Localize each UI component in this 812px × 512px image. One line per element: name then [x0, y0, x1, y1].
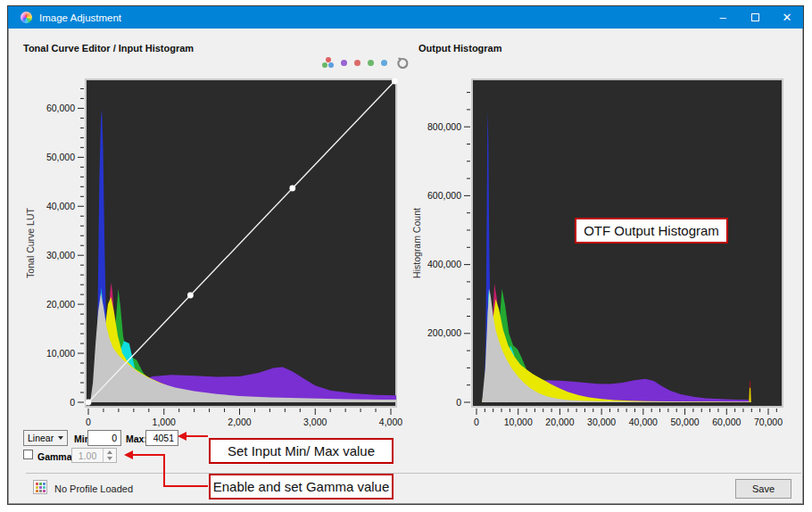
maximize-icon — [751, 13, 759, 21]
close-button[interactable]: ✕ — [771, 6, 803, 29]
chevron-down-icon — [58, 436, 63, 440]
curve-type-select[interactable]: Linear — [23, 430, 68, 446]
input-histogram-header: Tonal Curve Editor / Input Histogram — [23, 43, 194, 54]
gamma-spin-down[interactable] — [104, 456, 115, 463]
blue-channel-icon[interactable] — [381, 60, 387, 66]
y-tick-label: 10,000 — [46, 348, 75, 359]
red-channel-icon[interactable] — [354, 60, 360, 66]
y-tick-label: 60,000 — [46, 103, 75, 113]
gamma-checkbox[interactable] — [23, 450, 33, 459]
output-histogram-chart: 010,00020,00030,00040,00050,00060,00070,… — [407, 74, 800, 431]
y-tick-label: 0 — [70, 397, 75, 408]
minmax-annotation: Set Input Min/ Max value — [209, 438, 394, 464]
y-tick-label: 0 — [456, 397, 461, 408]
screenshot-stage: Image Adjustment – ✕ Tonal Curve Editor … — [0, 0, 812, 512]
purple-channel-icon[interactable] — [341, 60, 347, 66]
y-tick-label: 200,000 — [427, 327, 461, 338]
window-title: Image Adjustment — [39, 12, 121, 23]
y-tick-label: 30,000 — [46, 250, 75, 260]
gamma-value-input[interactable] — [72, 449, 103, 462]
divider — [26, 473, 801, 474]
y-tick-label: 400,000 — [427, 259, 461, 269]
curve-control-point[interactable] — [187, 293, 194, 299]
gamma-annotation: Enable and set Gamma value — [209, 474, 394, 500]
maximize-button[interactable] — [739, 6, 771, 29]
down-arrow-icon — [107, 457, 112, 460]
app-icon — [21, 12, 32, 23]
titlebar[interactable]: Image Adjustment – ✕ — [8, 6, 803, 29]
x-tick-label: 4,000 — [379, 417, 402, 427]
output-histogram-header: Output Histogram — [418, 43, 502, 54]
curve-control-point[interactable] — [86, 400, 92, 406]
max-label: Max: — [126, 434, 147, 444]
rgb-channels-icon[interactable] — [322, 57, 336, 70]
minimize-button[interactable]: – — [707, 6, 739, 29]
input-histogram-chart[interactable]: 01,0002,0003,0004,000010,00020,00030,000… — [19, 74, 411, 431]
x-tick-label: 2,000 — [228, 417, 251, 427]
x-tick-label: 0 — [86, 417, 91, 427]
curve-channel-toolbar — [319, 56, 411, 72]
y-tick-label: 50,000 — [46, 152, 75, 162]
x-tick-label: 60,000 — [712, 417, 741, 427]
y-axis-label: Tonal Curve LUT — [25, 208, 36, 278]
min-input[interactable] — [87, 430, 121, 446]
max-input[interactable] — [145, 430, 178, 446]
x-tick-label: 20,000 — [545, 417, 574, 427]
curve-type-value: Linear — [28, 433, 54, 443]
gamma-spin-up[interactable] — [104, 449, 115, 456]
gamma-label: Gamma: — [37, 451, 75, 462]
x-tick-label: 40,000 — [629, 417, 658, 427]
green-dot — [322, 62, 327, 68]
x-tick-label: 50,000 — [671, 417, 700, 427]
green-channel-icon[interactable] — [368, 60, 374, 66]
curve-control-point[interactable] — [392, 78, 398, 85]
x-tick-label: 0 — [474, 417, 479, 427]
x-tick-label: 3,000 — [303, 417, 327, 427]
save-button[interactable]: Save — [735, 479, 791, 499]
gamma-spinner[interactable] — [71, 448, 117, 463]
curve-control-point[interactable] — [289, 186, 295, 192]
y-axis-label: Histogram Count — [411, 208, 422, 278]
x-tick-label: 70,000 — [754, 417, 783, 427]
profile-icon[interactable] — [33, 480, 47, 494]
reset-curve-icon[interactable] — [395, 56, 410, 70]
otf-annotation: OTF Output Histogram — [575, 218, 728, 244]
x-tick-label: 30,000 — [587, 417, 616, 427]
up-arrow-icon — [107, 450, 112, 454]
image-adjustment-window: Image Adjustment – ✕ Tonal Curve Editor … — [7, 5, 804, 505]
x-tick-label: 10,000 — [504, 417, 533, 427]
y-tick-label: 600,000 — [427, 190, 461, 201]
x-tick-label: 1,000 — [153, 417, 176, 427]
y-tick-label: 40,000 — [46, 201, 75, 211]
y-tick-label: 800,000 — [427, 121, 461, 132]
profile-status: No Profile Loaded — [54, 483, 133, 494]
y-tick-label: 20,000 — [46, 299, 75, 310]
blue-dot — [328, 62, 334, 68]
